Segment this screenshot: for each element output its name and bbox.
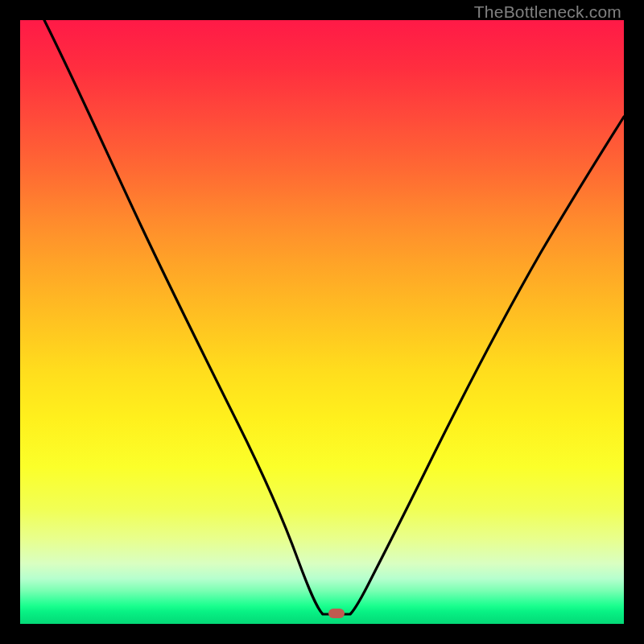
curve-path [44,20,624,614]
watermark-text: TheBottleneck.com [474,2,621,22]
plot-area [20,20,624,624]
optimum-marker [328,609,345,618]
bottleneck-curve [20,20,624,624]
chart-frame: TheBottleneck.com [0,0,644,644]
